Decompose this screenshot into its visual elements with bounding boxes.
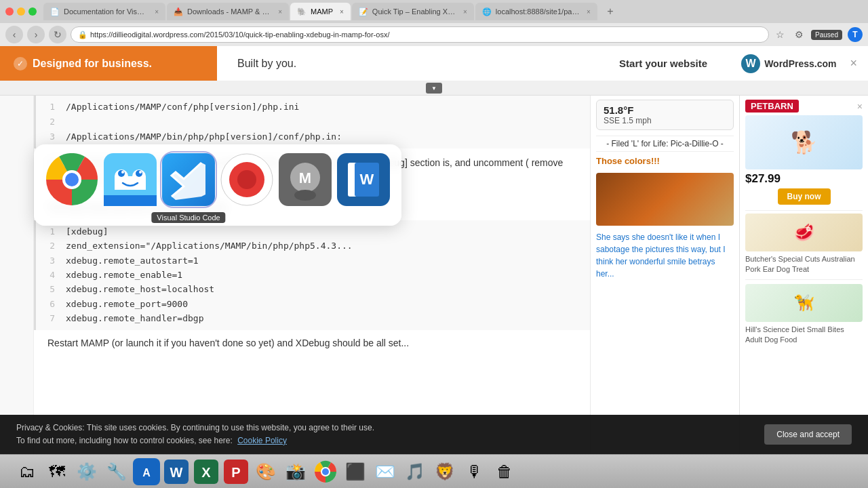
user-avatar[interactable]: T <box>848 27 863 42</box>
refresh-button[interactable]: ↻ <box>49 26 66 43</box>
ln-b1: 1 <box>44 224 55 239</box>
dock-mamp-icon[interactable]: M <box>278 152 332 207</box>
tab-label: MAMP <box>311 7 333 16</box>
lock-icon: 🔒 <box>78 30 87 39</box>
product3-image: 🦮 <box>745 284 863 322</box>
dock-word-icon[interactable]: W <box>336 152 391 207</box>
dock-settings[interactable]: ⚙️ <box>73 458 100 485</box>
tab-mamp[interactable]: 🐘 MAMP × <box>290 3 351 20</box>
code-b-text-7: xdebug.remote_handler=dbgp <box>66 311 204 325</box>
main-content: ✓ Designed for business. Built by you. S… <box>0 46 868 454</box>
product1-price: $27.99 <box>745 172 863 186</box>
maximize-window-btn[interactable] <box>28 7 37 16</box>
filed-label: - Filed 'L' for Life: Pic-a-Dillie-O - <box>596 136 734 152</box>
tab-label: Documentation for Visual Stu... <box>64 7 148 16</box>
dock-terminal[interactable]: ⬛ <box>342 458 369 485</box>
tab-favicon: 🐘 <box>297 7 307 16</box>
line-number-gutter <box>0 96 34 454</box>
tab-localhost[interactable]: 🌐 localhost:8888/site1/page1.ph... × <box>475 3 597 20</box>
designed-text: Designed for business. <box>33 58 152 70</box>
dock-app6[interactable]: 🎨 <box>252 458 279 485</box>
dock-word[interactable]: W <box>163 458 190 485</box>
close-window-btn[interactable] <box>5 7 14 16</box>
code-line-b7: 7 xdebug.remote_handler=dbgp <box>44 311 582 325</box>
ln-b2: 2 <box>44 239 55 253</box>
svg-point-15 <box>121 171 124 174</box>
code-b-text-1: [xdebug] <box>66 224 108 239</box>
product1-image: 🐕 <box>745 115 863 169</box>
new-tab-button[interactable]: + <box>601 3 619 20</box>
weather-wind: SSE 1.5 mph <box>604 116 726 125</box>
dock-vscode-icon[interactable]: Visual Studio Code <box>161 152 216 207</box>
vscode-tooltip: Visual Studio Code <box>151 212 225 223</box>
wordpress-logo: W WordPress.com <box>728 54 850 73</box>
tab-close-icon[interactable]: × <box>278 8 282 16</box>
dock-excel[interactable]: X <box>193 458 220 485</box>
photo-caption: She says she doesn't like it when I sabo… <box>596 228 734 283</box>
cookie-banner: Privacy & Cookies: This site uses cookie… <box>0 415 868 454</box>
line-num-1: 1 <box>44 100 55 115</box>
dock-record-icon[interactable] <box>220 152 274 207</box>
bookmark-icon[interactable]: ☆ <box>773 28 787 41</box>
dock-app8[interactable]: 🦁 <box>431 458 458 485</box>
ln-b5: 5 <box>44 282 55 296</box>
code-text-2 <box>66 115 71 129</box>
scroll-indicator-bar: ▼ <box>0 81 868 96</box>
browser-chrome: 📄 Documentation for Visual Stu... × 📥 Do… <box>0 0 868 46</box>
address-bar[interactable]: 🔒 https://dillieodigital.wordpress.com/2… <box>71 26 769 43</box>
banner-built-text: Built by you. <box>217 58 599 70</box>
start-website-link[interactable]: Start your website <box>599 58 728 69</box>
dock-finder[interactable]: 🗂 <box>14 458 41 485</box>
paused-badge: Paused <box>811 30 842 40</box>
collapse-icon[interactable]: ▼ <box>426 83 442 94</box>
tab-close-icon[interactable]: × <box>587 8 591 16</box>
page-content: ✓ Designed for business. Built by you. S… <box>0 46 868 454</box>
dock-music[interactable]: 🎵 <box>401 458 429 485</box>
url-text: https://dillieodigital.wordpress.com/201… <box>90 30 389 39</box>
colors-link[interactable]: Those colors!!! <box>596 152 734 170</box>
tab-documentation[interactable]: 📄 Documentation for Visual Stu... × <box>43 3 165 20</box>
dock-chrome-icon[interactable] <box>45 152 99 207</box>
svg-point-5 <box>65 173 79 186</box>
buy-now-button[interactable]: Buy now <box>778 188 831 205</box>
banner-designed-section: ✓ Designed for business. <box>0 46 217 81</box>
forward-button[interactable]: › <box>27 26 45 43</box>
dock-mail[interactable]: ✉️ <box>372 458 399 485</box>
dock-trash[interactable]: 🗑 <box>491 458 518 485</box>
dock-maps[interactable]: 🗺 <box>43 458 71 485</box>
banner-close-button[interactable]: × <box>850 56 857 70</box>
code-b-text-6: xdebug.remote_port=9000 <box>66 297 188 311</box>
mac-dock: 🗂 🗺 ⚙️ 🔧 A W X P <box>0 454 868 488</box>
dock-finder-icon[interactable] <box>103 152 157 207</box>
article-main: 1 /Applications/MAMP/conf/php[version]/p… <box>34 96 590 454</box>
dock-app3[interactable]: 🔧 <box>103 458 130 485</box>
dock-app5[interactable]: P <box>222 458 250 485</box>
wordpress-logo-text: WordPress.com <box>764 58 836 69</box>
cookie-policy-link[interactable]: Cookie Policy <box>237 436 287 445</box>
dock-chrome-bottom[interactable] <box>312 458 339 485</box>
code-b-text-3: xdebug.remote_autostart=1 <box>66 253 199 268</box>
svg-point-14 <box>136 170 142 177</box>
close-accept-button[interactable]: Close and accept <box>764 424 852 445</box>
code-line-1: 1 /Applications/MAMP/conf/php[version]/p… <box>44 100 582 115</box>
tab-close-icon[interactable]: × <box>463 8 467 16</box>
code-block-1: 1 /Applications/MAMP/conf/php[version]/p… <box>34 96 590 148</box>
blog-photo <box>596 173 734 226</box>
minimize-window-btn[interactable] <box>17 7 25 16</box>
settings-icon[interactable]: ⚙ <box>792 28 806 41</box>
dock-app7[interactable]: 📸 <box>282 458 309 485</box>
ad-close-icon[interactable]: × <box>857 101 863 112</box>
toolbar-right: ☆ ⚙ Paused T <box>773 27 863 42</box>
svg-text:W: W <box>170 465 183 480</box>
code-line-b2: 2 zend_extension="/Applications/MAMP/bin… <box>44 239 582 253</box>
dock-app9[interactable]: 🎙 <box>461 458 488 485</box>
line-num-2: 2 <box>44 115 55 129</box>
back-button[interactable]: ‹ <box>5 26 23 43</box>
tab-quicktip[interactable]: 📝 Quick Tip – Enabling XDebug ... × <box>352 3 474 20</box>
tab-downloads[interactable]: 📥 Downloads - MAMP & MAMP ... × <box>167 3 289 20</box>
tab-close-icon[interactable]: × <box>340 8 344 16</box>
dock-app4[interactable]: A <box>133 458 160 485</box>
code-line-b1: 1 [xdebug] <box>44 224 582 239</box>
tab-close-icon[interactable]: × <box>155 8 159 16</box>
code-b-text-2: zend_extension="/Applications/MAMP/bin/p… <box>66 239 353 253</box>
